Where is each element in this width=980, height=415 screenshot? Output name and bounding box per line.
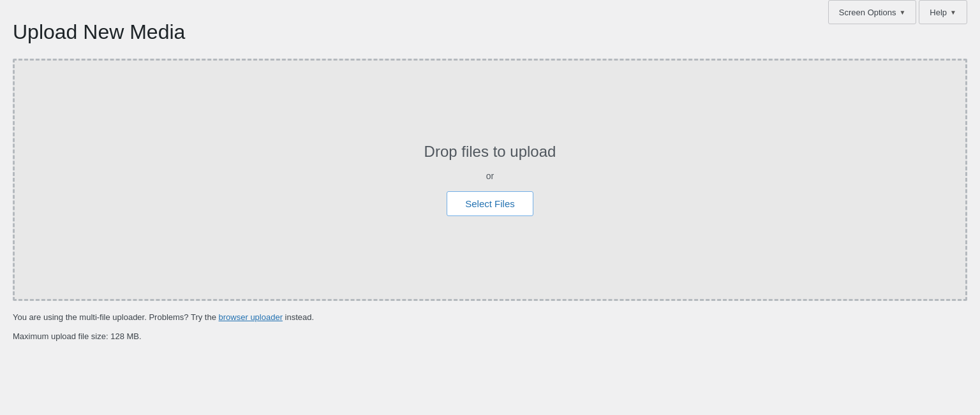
help-button[interactable]: Help ▼: [919, 0, 967, 24]
screen-options-label: Screen Options: [839, 8, 896, 17]
drop-files-text: Drop files to upload: [424, 143, 556, 161]
page-title: Upload New Media: [13, 19, 967, 46]
or-text: or: [486, 171, 494, 181]
screen-options-chevron-icon: ▼: [899, 9, 905, 16]
help-chevron-icon: ▼: [950, 9, 956, 16]
max-upload-size-text: Maximum upload file size: 128 MB.: [13, 331, 967, 341]
select-files-button[interactable]: Select Files: [447, 191, 533, 216]
page-wrapper: Screen Options ▼ Help ▼ Upload New Media…: [0, 0, 980, 354]
screen-options-button[interactable]: Screen Options ▼: [828, 0, 917, 24]
browser-uploader-link[interactable]: browser uploader: [219, 312, 283, 322]
help-label: Help: [930, 8, 947, 17]
upload-drop-area[interactable]: Drop files to upload or Select Files: [13, 59, 967, 301]
info-text-after: instead.: [283, 312, 314, 322]
uploader-info-text: You are using the multi-file uploader. P…: [13, 311, 967, 324]
info-text-before: You are using the multi-file uploader. P…: [13, 312, 219, 322]
top-bar: Screen Options ▼ Help ▼: [826, 0, 967, 24]
